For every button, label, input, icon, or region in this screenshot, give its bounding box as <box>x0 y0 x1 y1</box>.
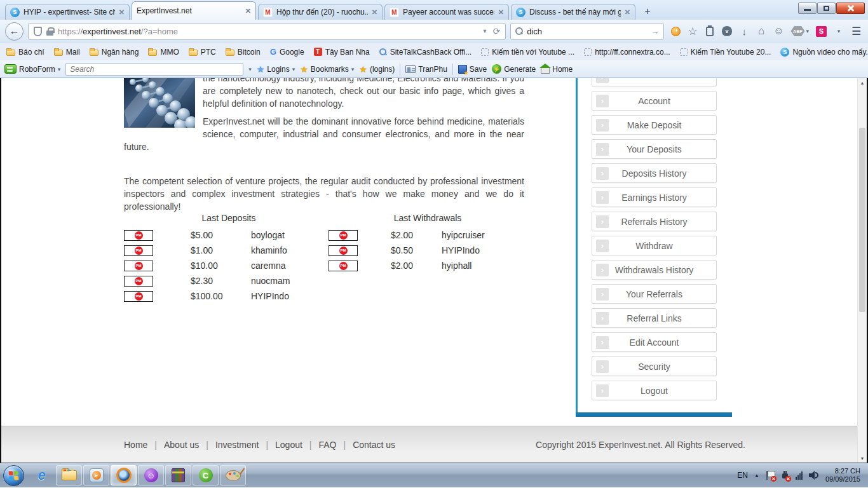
sidebar-item-withdraw[interactable]: › Withdraw <box>592 236 717 255</box>
taskbar-clock[interactable]: 8:27 CH 09/09/2015 <box>825 467 860 484</box>
footer-link-contact[interactable]: Contact us <box>353 440 395 450</box>
reload-icon[interactable]: ⟳ <box>492 26 500 36</box>
footer-link-logout[interactable]: Logout <box>275 440 302 450</box>
hamburger-menu-icon[interactable]: ☰ <box>851 25 861 37</box>
downloads-icon[interactable]: ↓ <box>739 25 749 37</box>
messenger-smiley-icon[interactable]: ☺ <box>773 25 783 37</box>
sidebar-item-referral-links[interactable]: › Referral Links <box>592 308 717 328</box>
roboform-search-input[interactable] <box>65 63 243 76</box>
red-t-icon: T <box>314 48 322 56</box>
bookmark-folder-ngan-hang[interactable]: Ngân hàng <box>90 48 139 57</box>
tab-hyip-monitor[interactable]: S HYIP - expertinvest- Site ch... ✕ <box>5 4 130 20</box>
bookmark-sitetalk[interactable]: SiteTalkCashBack Offi... <box>379 48 472 57</box>
bookmark-folder-mail[interactable]: Mail <box>54 48 80 57</box>
scrollbar-thumb[interactable] <box>859 128 865 312</box>
scroll-down-arrow-icon[interactable]: ▼ <box>858 454 867 463</box>
tab-discuss-forum[interactable]: S Discuss - bet thế này mới g... ✕ <box>511 4 635 20</box>
sidebar-item-account[interactable]: › Account <box>592 91 717 111</box>
search-input[interactable] <box>527 27 647 36</box>
scroll-up-arrow-icon[interactable]: ▲ <box>858 78 867 87</box>
tab-close-icon[interactable]: ✕ <box>498 8 504 17</box>
roboform-identity-tranphu[interactable]: TranPhu <box>405 65 447 74</box>
roboform-generate-button[interactable]: ⚡ Generate <box>492 64 536 74</box>
power-plug-icon[interactable]: ✕ <box>781 471 789 480</box>
roboform-home-button[interactable]: Home <box>541 64 573 74</box>
start-button[interactable] <box>3 465 24 486</box>
sidebar-item-your-deposits[interactable]: › Your Deposits <box>592 139 717 159</box>
url-dropdown-icon[interactable]: ▼ <box>482 28 487 34</box>
roboform-logins-menu[interactable]: ★ Logins ▾ <box>257 64 295 74</box>
url-bar[interactable]: https://expertinvest.net/?a=home ▼ ⟳ <box>28 23 506 40</box>
history-clock-icon[interactable] <box>670 25 681 37</box>
roboform-save-button[interactable]: Save <box>458 65 487 74</box>
volume-speaker-icon[interactable] <box>809 471 819 480</box>
bookmark-folder-bao-chi[interactable]: Báo chí <box>6 48 44 57</box>
taskbar-winrar[interactable] <box>165 465 191 485</box>
bookmark-folder-bitcoin[interactable]: Bitcoin <box>226 48 261 57</box>
sidebar-item-withdrawals-history[interactable]: › Withdrawals History <box>592 260 717 280</box>
taskbar-yahoo-messenger[interactable]: ☺ <box>138 465 164 485</box>
tab-expertinvest-active[interactable]: ExpertInvest.net ✕ <box>132 1 256 20</box>
action-center-flag-icon[interactable]: ✕ <box>766 471 775 480</box>
close-button[interactable] <box>836 3 865 14</box>
sidebar-item-referrals-history[interactable]: › Referrals History <box>592 212 717 231</box>
footer-link-home[interactable]: Home <box>124 440 147 450</box>
bookmark-star-icon[interactable]: ☆ <box>688 25 698 37</box>
tab-close-icon[interactable]: ✕ <box>119 8 125 17</box>
bookmark-kiem-tien-youtube-20[interactable]: Kiếm Tiền Youtube 20... <box>680 48 771 57</box>
bookmark-tay-ban-nha[interactable]: TTây Ban Nha <box>314 48 370 57</box>
taskbar-coccoc[interactable]: C <box>193 465 219 485</box>
roboform-menu[interactable]: RoboForm ▾ <box>4 64 60 74</box>
toolbar-overflow-caret-icon[interactable]: ▾ <box>834 25 844 37</box>
sidebar-item-edit-account[interactable]: › Edit Account <box>592 332 717 352</box>
tab-close-icon[interactable]: ✕ <box>372 8 377 17</box>
bookmark-kiem-tien-youtube[interactable]: Kiếm tiền với Youtube ... <box>481 48 574 57</box>
search-go-icon[interactable]: → <box>651 27 659 36</box>
session-manager-icon[interactable]: S <box>816 25 827 37</box>
shield-icon[interactable] <box>34 27 42 36</box>
tab-gmail-payeer[interactable]: M Payeer account was succes... ✕ <box>384 4 509 20</box>
pocket-icon[interactable]: v <box>722 25 732 37</box>
deposit-amount: $5.00 <box>191 230 251 240</box>
bookmark-folder-mmo[interactable]: MMO <box>148 48 179 57</box>
taskbar-paint[interactable] <box>220 465 246 485</box>
new-tab-button[interactable]: + <box>639 4 656 18</box>
minimize-button[interactable] <box>798 3 817 14</box>
bookmark-google[interactable]: GGoogle <box>270 47 304 57</box>
taskbar-windows-explorer[interactable] <box>56 465 82 485</box>
search-bar[interactable]: → <box>510 23 664 40</box>
home-icon[interactable]: ⌂ <box>756 25 766 37</box>
network-signal-icon[interactable] <box>796 471 803 480</box>
roboform-bookmarks-menu[interactable]: ★ Bookmarks ▾ <box>300 64 354 74</box>
taskbar-firefox-active[interactable] <box>111 465 137 485</box>
roboform-matching-logins[interactable]: ★ (logins) <box>359 64 395 74</box>
taskbar-internet-explorer[interactable]: e <box>29 465 55 485</box>
sidebar-item-earnings-history[interactable]: › Earnings History <box>592 187 717 207</box>
footer-link-faq[interactable]: FAQ <box>319 440 337 450</box>
language-indicator[interactable]: EN <box>737 471 748 480</box>
bookmark-connextra[interactable]: http://ff.connextra.co... <box>584 48 670 57</box>
bookmark-nguon-video[interactable]: SNguồn video cho mấy... <box>780 48 868 57</box>
account-sidebar: › › Account › Make Deposit › Your Deposi… <box>576 78 732 417</box>
footer-link-investment[interactable]: Investment <box>215 440 259 450</box>
roboform-search-caret-icon[interactable]: ▾ <box>248 66 252 72</box>
clipboard-icon[interactable] <box>705 25 715 37</box>
sidebar-item-deposits-history[interactable]: › Deposits History <box>592 163 717 183</box>
perfect-money-badge: PM <box>124 291 153 302</box>
vertical-scrollbar[interactable]: ▲ ▼ <box>857 78 867 463</box>
sidebar-item-security[interactable]: › Security <box>592 356 717 376</box>
sidebar-item-your-referrals[interactable]: › Your Referrals <box>592 284 717 304</box>
restore-button[interactable] <box>817 3 836 14</box>
taskbar-media-player[interactable]: ► <box>83 465 109 485</box>
tab-close-icon[interactable]: ✕ <box>245 7 251 15</box>
sidebar-item-logout[interactable]: › Logout <box>592 381 717 400</box>
tab-close-icon[interactable]: ✕ <box>625 8 630 17</box>
tab-gmail-inbox[interactable]: M Hộp thư đến (20) - ruochu... ✕ <box>258 4 383 20</box>
sidebar-item-clipped[interactable]: › <box>592 78 717 86</box>
footer-link-about[interactable]: About us <box>164 440 199 450</box>
hidden-icons-triangle-icon[interactable]: ▲ <box>754 473 759 478</box>
back-button[interactable]: ← <box>5 22 24 41</box>
adblock-plus-icon[interactable]: ABP ▾ <box>790 25 809 37</box>
bookmark-folder-ptc[interactable]: PTC <box>189 48 216 57</box>
sidebar-item-make-deposit[interactable]: › Make Deposit <box>592 115 717 135</box>
